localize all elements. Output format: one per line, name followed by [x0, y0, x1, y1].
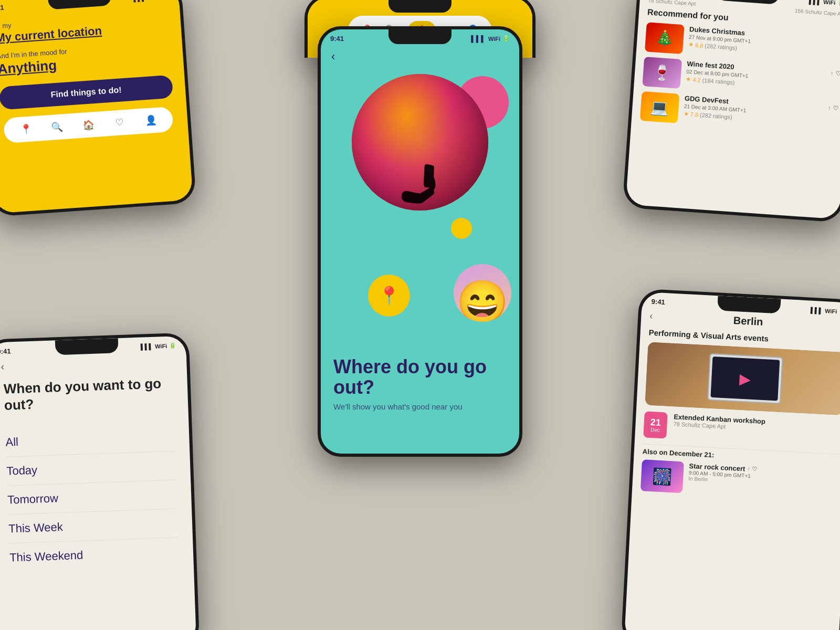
wine-thumb: 🍷 — [642, 57, 682, 89]
status-icons-berlin: ▌▌▌WiFi🔋 — [811, 307, 840, 316]
address-1: 78 Schultz Cape Apt — [648, 0, 696, 7]
status-icons-center: ▌▌▌ WiFi 🔋 — [471, 35, 510, 43]
find-things-button[interactable]: Find things to do! — [0, 75, 173, 110]
schedule-this-weekend[interactable]: This Weekend — [9, 538, 179, 572]
concert-image: 🤳 — [352, 74, 488, 211]
time-bottom-left: 9:41 — [0, 347, 11, 355]
berlin-city-title: Berlin — [733, 314, 763, 328]
bottom-nav-yellow: 📍 🔍 🏠 ♡ 👤 — [3, 107, 174, 143]
status-icons-bottom-left: ▌▌▌WiFi🔋 — [141, 342, 177, 350]
featured-event-row: 21 Dec Extended Kanban workshop 78 Schul… — [643, 411, 840, 448]
status-icons-top-right: ▌▌▌WiFi🔋 — [808, 0, 840, 7]
berlin-hero-image: ▶ — [645, 342, 840, 415]
person-circle: 😄 — [454, 264, 511, 322]
time-yellow: 9:41 — [0, 4, 4, 13]
yellow-dot-decoration — [451, 218, 472, 239]
nav-person-icon[interactable]: 👤 — [143, 113, 159, 129]
concert-silhouette-icon: 🤳 — [397, 162, 443, 205]
phone-bottom-right: 9:41 ▌▌▌WiFi🔋 ‹ Berlin Performing & Visu… — [621, 288, 840, 630]
person-icon: 😄 — [456, 278, 509, 322]
star-rock-thumb: 🎆 — [640, 459, 684, 493]
nav-search-icon[interactable]: 🔍 — [49, 119, 65, 135]
hero-subtitle: We'll show you what's good near you — [333, 402, 507, 411]
devfest-thumb: 💻 — [640, 91, 680, 123]
also-event-row: 🎆 Star rock concert ↑ ♡ 9:00 AM - 5:00 p… — [640, 459, 839, 501]
location-pin-icon: 📍 — [378, 285, 400, 306]
schedule-title: When do you want to go out? — [3, 375, 173, 414]
phone-top-right: 9:41 ▌▌▌WiFi🔋 78 Schultz Cape Apt 156 Sc… — [622, 0, 840, 223]
nav-heart-icon[interactable]: ♡ — [112, 115, 128, 131]
christmas-thumb: 🎄 — [645, 22, 685, 54]
date-badge: 21 Dec — [643, 411, 668, 438]
time-center: 9:41 — [330, 35, 344, 43]
laptop-icon: ▶ — [739, 370, 752, 387]
hero-title: Where do you go out? — [333, 356, 507, 398]
address-2: 156 Schultz Cape Apt — [795, 8, 840, 17]
phone-center: 9:41 ▌▌▌ WiFi 🔋 ‹ 🤳 📍 — [318, 26, 522, 457]
back-button-berlin[interactable]: ‹ — [649, 311, 653, 322]
phone-yellow: 9:41 ▌▌▌WiFi🔋 In my My current location … — [0, 0, 196, 217]
event-card-devfest: 💻 GDG DevFest ↑ ♡ 21 Dec at 3:00 AM GMT+… — [640, 91, 839, 134]
time-berlin: 9:41 — [651, 298, 665, 306]
back-button-center[interactable]: ‹ — [331, 50, 335, 64]
status-icons-yellow: ▌▌▌WiFi🔋 — [133, 0, 170, 2]
location-bubble: 📍 — [368, 275, 410, 317]
phone-bottom-left: 9:41 ▌▌▌WiFi🔋 ‹ When do you want to go o… — [0, 332, 200, 630]
nav-location-icon[interactable]: 📍 — [18, 121, 34, 137]
nav-home-icon[interactable]: 🏠 — [80, 117, 96, 133]
